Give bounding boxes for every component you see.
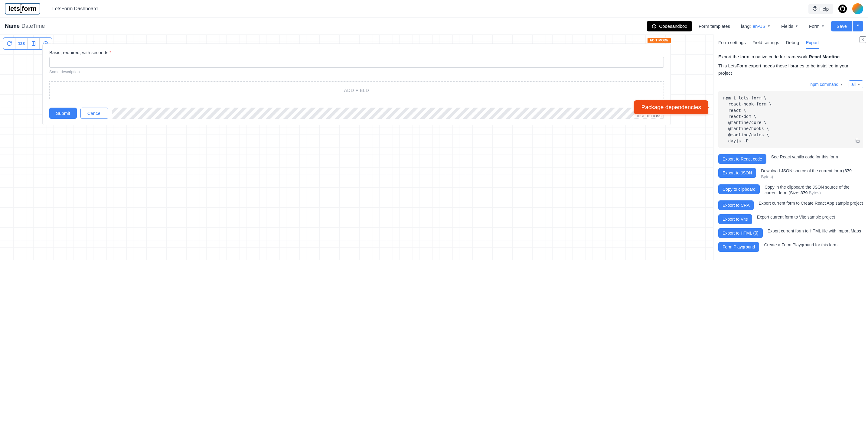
tab-export[interactable]: Export (806, 38, 819, 49)
form-templates-link[interactable]: Form templates (694, 21, 734, 31)
help-icon (813, 6, 817, 12)
test-buttons-badge: TEST BUTTONS (635, 114, 663, 118)
export-actions: Export to React codeSee React vanilla co… (718, 154, 863, 252)
install-code-block[interactable]: npm i lets-form \ react-hook-form \ reac… (718, 91, 863, 148)
toolbar: Name DateTime Codesandbox Form templates… (0, 18, 868, 34)
codesandbox-label: Codesandbox (659, 24, 687, 29)
copy-icon (855, 138, 860, 143)
logo[interactable]: lets form (5, 3, 40, 14)
export-description: Export the form in native code for frame… (718, 53, 863, 61)
cube-icon (652, 24, 657, 29)
export-row: Export to ViteExport current form to Vit… (718, 214, 863, 224)
all-selector[interactable]: all ▼ (849, 80, 863, 88)
export-action-description: Export current form to Create React App … (758, 200, 863, 206)
main-layout: 123 EDIT MODE Basic, required, with seco… (0, 34, 868, 260)
export-row: Export to HTML (β)Export current form to… (718, 228, 863, 238)
tab-field-settings[interactable]: Field settings (752, 38, 779, 49)
export-row: Copy to clipboardCopy in the clipboard t… (718, 185, 863, 196)
form-buttons-row: Submit Cancel TEST BUTTONS (49, 108, 664, 119)
chevron-down-icon: ▼ (795, 25, 798, 28)
buttons-placeholder: TEST BUTTONS (112, 108, 664, 119)
export-action-description: Copy in the clipboard the JSON source of… (765, 185, 863, 196)
close-panel-button[interactable]: ✕ (860, 36, 866, 43)
panel-tabs: Form settings Field settings Debug Expor… (718, 38, 863, 49)
chevron-down-icon: ▼ (840, 83, 843, 86)
app-header: lets form LetsForm Dashboard Help (0, 0, 868, 18)
svg-point-1 (815, 9, 815, 10)
close-icon: ✕ (861, 37, 865, 42)
refresh-icon (7, 41, 12, 46)
logo-form: form (22, 5, 37, 13)
logo-lets: lets (8, 5, 20, 13)
export-action-description: Create a Form Playground for this form (764, 242, 837, 248)
submit-button[interactable]: Submit (49, 108, 77, 119)
export-row: Export to CRAExport current form to Crea… (718, 200, 863, 210)
lang-selector[interactable]: lang: en-US ▼ (737, 21, 775, 31)
name-label: Name (5, 23, 20, 29)
user-avatar[interactable] (852, 3, 863, 14)
chevron-down-icon: ▼ (858, 83, 861, 86)
field-hint: Some description (49, 69, 664, 74)
required-star-icon: * (110, 50, 111, 55)
chevron-down-icon: ▼ (822, 25, 825, 28)
help-button[interactable]: Help (808, 4, 833, 14)
field-label: Basic, required, with seconds * (49, 50, 664, 55)
datetime-input[interactable] (49, 57, 664, 68)
refresh-tool[interactable] (3, 38, 16, 49)
chevron-down-icon: ▼ (767, 25, 770, 28)
document-tool[interactable] (28, 38, 40, 49)
save-button[interactable]: Save (831, 21, 852, 31)
number-tool[interactable]: 123 (16, 38, 28, 49)
form-card: EDIT MODE Basic, required, with seconds … (42, 43, 671, 125)
codesandbox-button[interactable]: Codesandbox (647, 21, 692, 31)
cancel-button[interactable]: Cancel (81, 108, 108, 119)
export-action-button[interactable]: Export to Vite (718, 214, 752, 224)
help-label: Help (819, 6, 829, 11)
fields-dropdown[interactable]: Fields ▼ (777, 21, 802, 31)
export-action-description: Download JSON source of the current form… (761, 168, 863, 180)
export-row: Export to React codeSee React vanilla co… (718, 154, 863, 164)
export-action-button[interactable]: Form Playground (718, 242, 759, 252)
svg-rect-4 (857, 140, 859, 143)
canvas: 123 EDIT MODE Basic, required, with seco… (0, 34, 713, 260)
save-dropdown[interactable]: ▼ (852, 21, 863, 31)
copy-code-button[interactable] (855, 138, 860, 145)
export-action-description: Export current form to Vite sample proje… (757, 214, 835, 220)
npm-command-selector[interactable]: npm command ▼ (808, 80, 846, 88)
name-value: DateTime (22, 23, 45, 29)
export-action-button[interactable]: Export to React code (718, 154, 766, 164)
export-action-button[interactable]: Export to CRA (718, 200, 754, 210)
export-action-button[interactable]: Export to HTML (β) (718, 228, 763, 238)
github-link[interactable] (838, 4, 847, 13)
side-panel: ✕ Form settings Field settings Debug Exp… (713, 34, 868, 260)
github-icon (840, 6, 846, 12)
cursor-icon (21, 5, 21, 12)
dashboard-title: LetsForm Dashboard (52, 6, 98, 11)
tab-debug[interactable]: Debug (786, 38, 799, 49)
document-icon (31, 41, 36, 46)
export-action-description: Export current form to HTML file with Im… (768, 228, 861, 234)
add-field-button[interactable]: ADD FIELD (49, 81, 664, 99)
export-row: Export to JSONDownload JSON source of th… (718, 168, 863, 180)
form-dropdown[interactable]: Form ▼ (805, 21, 829, 31)
export-row: Form PlaygroundCreate a Form Playground … (718, 242, 863, 252)
export-action-button[interactable]: Export to JSON (718, 168, 756, 178)
package-deps-callout: Package dependencies (634, 100, 708, 114)
form-name-section: Name DateTime (5, 23, 45, 29)
edit-mode-badge: EDIT MODE (648, 38, 671, 43)
export-action-button[interactable]: Copy to clipboard (718, 185, 760, 194)
tab-form-settings[interactable]: Form settings (718, 38, 746, 49)
export-libs-note: This LetsForm export needs these librari… (718, 62, 863, 77)
export-action-description: See React vanilla code for this form (771, 154, 838, 160)
form-field[interactable]: Basic, required, with seconds * Some des… (49, 50, 664, 74)
